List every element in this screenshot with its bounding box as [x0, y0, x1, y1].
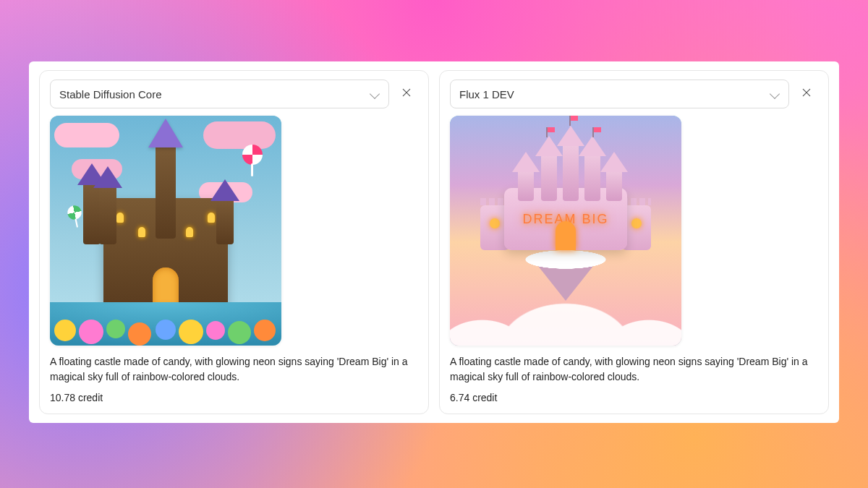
result-pane-left: Stable Diffusion Core	[39, 70, 429, 414]
model-select-label: Flux 1 DEV	[459, 88, 514, 100]
model-select[interactable]: Stable Diffusion Core	[50, 80, 389, 108]
close-icon	[801, 87, 812, 101]
pane-header: Stable Diffusion Core	[50, 80, 418, 108]
generated-image[interactable]	[50, 116, 281, 346]
prompt-text: A floating castle made of candy, with gl…	[450, 354, 818, 385]
comparison-panel: Stable Diffusion Core	[29, 61, 839, 423]
pane-header: Flux 1 DEV	[450, 80, 818, 108]
generated-image[interactable]: DREAM BIG	[450, 116, 681, 346]
model-select[interactable]: Flux 1 DEV	[450, 80, 789, 108]
model-select-label: Stable Diffusion Core	[59, 88, 161, 100]
credit-text: 10.78 credit	[50, 392, 418, 403]
result-pane-right: Flux 1 DEV DREAM BIG	[439, 70, 829, 414]
close-icon	[401, 87, 412, 101]
close-button[interactable]	[395, 82, 418, 106]
chevron-down-icon	[370, 89, 380, 99]
close-button[interactable]	[795, 82, 818, 106]
chevron-down-icon	[770, 89, 780, 99]
prompt-text: A floating castle made of candy, with gl…	[50, 354, 418, 385]
credit-text: 6.74 credit	[450, 392, 818, 403]
